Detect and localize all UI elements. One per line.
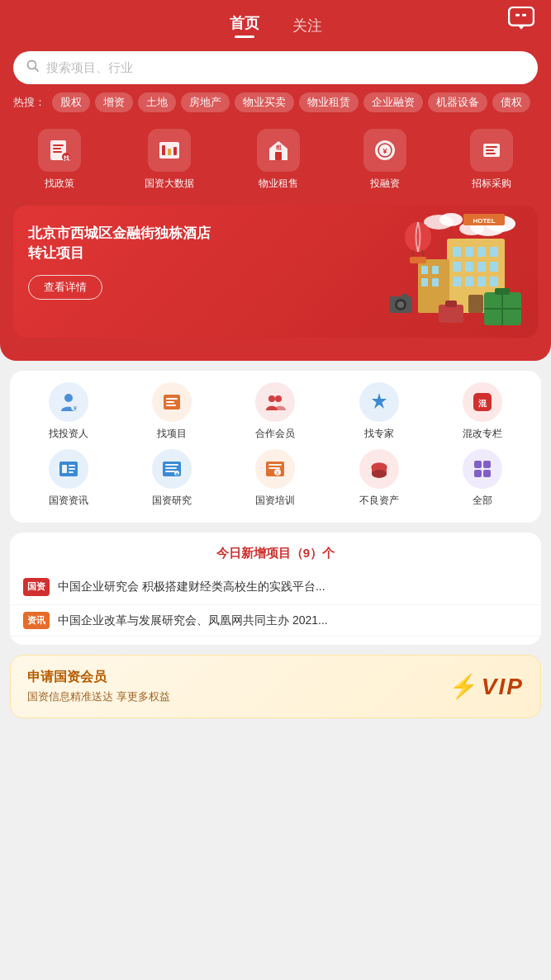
cat-mixed-label: 混改专栏 [463, 427, 502, 441]
vip-desc: 国资信息精准送达 享更多权益 [27, 689, 170, 704]
lightning-icon: ⚡ [449, 673, 478, 700]
news-item-1[interactable]: 资讯 中国企业改革与发展研究会、凤凰网共同主办 2021... [10, 605, 541, 637]
news-section: 今日新增项目（9）个 国资 中国企业研究会 积极搭建财经类高校生的实践平台...… [10, 533, 541, 645]
vip-badge: ⚡ VIP [449, 673, 524, 700]
vip-banner[interactable]: 申请国资会员 国资信息精准送达 享更多权益 ⚡ VIP [10, 655, 541, 718]
svg-rect-34 [453, 247, 461, 257]
cat-news[interactable]: 国资资讯 [49, 449, 88, 508]
banner-detail-button[interactable]: 查看详情 [28, 275, 102, 300]
data-icon-box [148, 129, 191, 172]
hot-tag-5[interactable]: 物业租赁 [299, 92, 359, 112]
search-icon [26, 59, 40, 76]
svg-rect-86 [165, 471, 175, 472]
news-badge-1: 资讯 [23, 612, 50, 630]
quick-icon-property-label: 物业租售 [259, 177, 298, 191]
cat-bad-asset[interactable]: 不良资产 [359, 449, 399, 508]
svg-rect-100 [474, 470, 482, 477]
svg-rect-99 [483, 461, 491, 468]
cat-research[interactable]: ★ 国资研究 [152, 449, 192, 508]
svg-rect-79 [62, 465, 67, 473]
news-item-0[interactable]: 国资 中国企业研究会 积极搭建财经类高校生的实践平台... [10, 571, 541, 605]
cat-member-icon [255, 382, 295, 422]
quick-icons: 找 找政策 国资大数据 [0, 117, 551, 194]
cat-project[interactable]: 找项目 [152, 382, 192, 441]
hot-tag-0[interactable]: 股权 [52, 92, 90, 112]
svg-rect-84 [165, 464, 178, 466]
header: 首页 关注 搜索项目、行业 热搜： [0, 0, 551, 361]
svg-rect-40 [477, 262, 486, 272]
policy-icon-box: 找 [38, 129, 81, 172]
quick-icon-policy-label: 找政策 [45, 177, 74, 191]
message-button[interactable] [508, 7, 534, 33]
svg-rect-42 [453, 277, 461, 286]
hot-tag-6[interactable]: 企业融资 [363, 92, 423, 112]
cat-training-label: 国资培训 [255, 494, 295, 508]
vip-title: 申请国资会员 [27, 669, 170, 686]
cat-training-icon: 人 [255, 449, 295, 489]
cat-expert[interactable]: 找专家 [359, 382, 399, 441]
banner-illustration: HOTEL [356, 206, 538, 338]
banner-dots [0, 338, 551, 344]
svg-text:人: 人 [275, 471, 280, 476]
cat-all-label: 全部 [473, 494, 492, 508]
property-icon-box: 租 [257, 129, 300, 172]
category-section: ¥ 找投资人 找项目 [10, 371, 541, 523]
hot-tag-7[interactable]: 机器设备 [428, 92, 487, 112]
quick-icon-data[interactable]: 国资大数据 [145, 129, 194, 191]
phone-wrapper: 首页 关注 搜索项目、行业 热搜： [0, 0, 551, 980]
cat-bad-asset-label: 不良资产 [359, 494, 399, 508]
banner[interactable]: 北京市西城区金融街独栋酒店转让项目 查看详情 HOTEL [13, 206, 538, 338]
tab-home[interactable]: 首页 [230, 13, 259, 38]
search-bar[interactable]: 搜索项目、行业 [13, 51, 538, 84]
svg-rect-41 [490, 262, 498, 272]
svg-point-73 [268, 395, 275, 402]
news-text-0: 中国企业研究会 积极搭建财经类高校生的实践平台... [58, 578, 528, 595]
cat-investor[interactable]: ¥ 找投资人 [49, 382, 88, 441]
svg-rect-8 [53, 148, 61, 149]
hot-tag-4[interactable]: 物业买卖 [235, 92, 294, 112]
quick-icon-procurement[interactable]: 招标采购 [470, 129, 513, 191]
cat-news-label: 国资资讯 [49, 494, 88, 508]
quick-icon-investment[interactable]: ¥ 投融资 [363, 129, 406, 191]
cat-training[interactable]: 人 国资培训 [255, 449, 295, 508]
svg-rect-70 [166, 398, 178, 400]
svg-rect-44 [477, 277, 486, 286]
svg-text:¥: ¥ [74, 405, 77, 411]
hot-tag-2[interactable]: 土地 [138, 92, 176, 112]
svg-line-54 [422, 250, 424, 257]
tab-follow[interactable]: 关注 [292, 16, 322, 36]
svg-rect-15 [173, 147, 177, 155]
hot-tag-3[interactable]: 房地产 [181, 92, 230, 112]
svg-point-52 [405, 222, 431, 252]
cat-member-label: 合作会员 [255, 427, 295, 441]
quick-icon-property[interactable]: 租 物业租售 [257, 129, 300, 191]
hot-tag-8[interactable]: 债权 [492, 92, 530, 112]
svg-rect-50 [421, 278, 428, 286]
svg-rect-16 [275, 152, 282, 160]
cat-mixed[interactable]: 混 混改专栏 [463, 382, 502, 441]
cat-mixed-icon: 混 [463, 382, 502, 422]
svg-rect-36 [477, 247, 486, 257]
cat-investor-icon: ¥ [49, 382, 88, 422]
investment-icon-box: ¥ [363, 129, 406, 172]
svg-marker-3 [518, 26, 525, 30]
svg-point-97 [372, 470, 387, 478]
svg-rect-71 [166, 401, 174, 403]
cat-project-icon [152, 382, 192, 422]
quick-icon-policy[interactable]: 找 找政策 [38, 129, 81, 191]
cat-member[interactable]: 合作会员 [255, 382, 295, 441]
svg-rect-101 [483, 470, 491, 477]
svg-rect-1 [515, 14, 520, 17]
svg-rect-46 [468, 295, 483, 313]
svg-point-74 [275, 395, 282, 402]
nav-tabs: 首页 关注 [0, 0, 551, 45]
hot-tag-1[interactable]: 增资 [95, 92, 133, 112]
search-placeholder: 搜索项目、行业 [46, 60, 133, 76]
today-new-label: 今日新增项目（9）个 [10, 541, 541, 571]
svg-rect-2 [522, 14, 526, 17]
svg-rect-43 [465, 277, 473, 286]
svg-rect-85 [165, 467, 177, 469]
cat-all[interactable]: 全部 [463, 449, 502, 508]
svg-rect-14 [168, 149, 171, 155]
svg-text:找: 找 [63, 154, 70, 161]
